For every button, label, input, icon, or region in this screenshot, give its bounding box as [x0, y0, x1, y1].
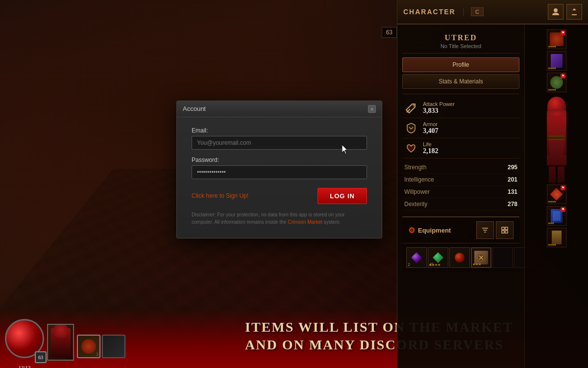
disclaimer-text: Disclaimer: For your protection, no data… [192, 211, 367, 226]
password-label: Password: [192, 157, 367, 163]
modal-overlay: Account × Email: Password: Click here to… [0, 0, 588, 368]
email-input[interactable] [192, 136, 367, 150]
password-input[interactable] [192, 165, 367, 179]
disclaimer-link: Crimson Market [288, 219, 322, 225]
email-form-group: Email: [192, 127, 367, 150]
modal-close-button[interactable]: × [368, 105, 376, 113]
signup-link[interactable]: Click here to Sign Up! [192, 192, 248, 199]
form-actions: Click here to Sign Up! LOG IN [192, 188, 367, 204]
modal-titlebar: Account × [177, 101, 382, 117]
modal-title: Account [183, 105, 206, 112]
password-form-group: Password: [192, 157, 367, 179]
email-label: Email: [192, 127, 367, 134]
modal-body: Email: Password: Click here to Sign Up! … [177, 117, 382, 238]
login-button[interactable]: LOG IN [318, 188, 367, 204]
account-modal: Account × Email: Password: Click here to… [176, 101, 382, 238]
